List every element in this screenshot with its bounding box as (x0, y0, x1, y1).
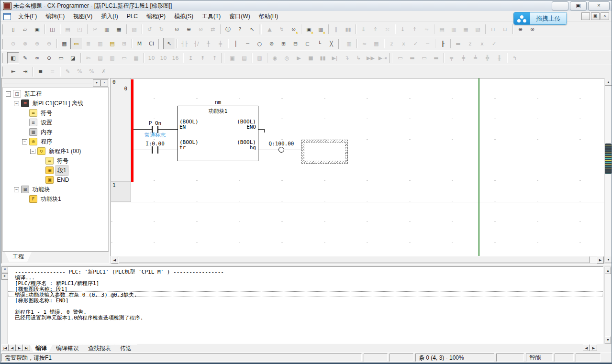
transfer-window-1-button[interactable]: ▣ (226, 52, 238, 64)
partial-compare-button[interactable]: ≈ (421, 23, 433, 35)
pause-trigger-button[interactable]: ◎ (281, 52, 293, 64)
sim-pause-button[interactable]: ▮▮ (317, 52, 329, 64)
previous-reference-button[interactable]: ⇤ (7, 66, 19, 77)
output-line-1[interactable]: ---------------- PLC: '新PLC1' (PLC机型 'CP… (8, 268, 603, 274)
tree-label-settings[interactable]: 设置 (39, 118, 54, 127)
work-window-button[interactable]: ▤ (436, 23, 448, 35)
memory-z-button[interactable]: z (464, 38, 476, 49)
dialog-view-button[interactable]: ▭ (118, 52, 130, 64)
rung-annotations-button[interactable]: ≣ (82, 38, 94, 49)
step-out-button[interactable]: ↳ (353, 52, 365, 64)
tree-label-plc[interactable]: 新PLC1[CP1L] 离线 (31, 99, 85, 108)
tree-item-program1[interactable]: −↻新程序1 (00) (3, 146, 108, 156)
tree-item-programs[interactable]: −⊛程序 (3, 137, 108, 146)
tree-item-section1[interactable]: −▣段1 (3, 165, 108, 175)
output-line-5[interactable]: 错误:功能块输入参数 在条 0 (0, 3) @0,3缺失. (8, 291, 603, 297)
watch-comment-4-button[interactable]: ▬ (430, 52, 442, 64)
diff-down-button[interactable]: ╧ (469, 52, 481, 64)
menu-tools[interactable]: 工具(T) (198, 11, 225, 21)
pause-flag-button[interactable]: ∥ (330, 23, 342, 35)
watch-tool-button[interactable]: ✎ (19, 52, 31, 64)
new-file-button[interactable]: ▯ (7, 23, 19, 35)
insert-row-button[interactable]: z (386, 38, 398, 49)
tree-label-program1-symbols[interactable]: 符号 (56, 156, 70, 165)
scroll-down-icon[interactable]: ▼ (605, 256, 612, 263)
force-off-button[interactable]: ↟ (197, 52, 209, 64)
toolbar-grip[interactable] (222, 53, 224, 63)
output-tab-transfer[interactable]: 传送 (114, 344, 137, 352)
contact1-comment[interactable]: 常通标志 (138, 132, 172, 139)
next-reference-button[interactable]: ⇥ (19, 66, 31, 77)
new-or-contact-button[interactable]: ╀ (202, 38, 214, 49)
menu-program[interactable]: 编程(P) (142, 11, 170, 21)
tree-label-function-blocks[interactable]: 功能块 (31, 185, 51, 194)
tree-expand-program1[interactable]: − (30, 149, 35, 154)
zoom-region-button[interactable]: ⊗ (19, 38, 31, 49)
output-close-button[interactable]: × (1, 266, 8, 273)
step-run-button[interactable]: ▶| (329, 52, 341, 64)
print-button[interactable]: ▤ (62, 23, 74, 35)
watch-comment-1-button[interactable]: ▭ (394, 52, 406, 64)
redo-button[interactable]: ↻ (156, 23, 167, 35)
new-closed-contact-button[interactable]: ┤/ (190, 38, 202, 49)
toolbar-grip[interactable] (259, 24, 262, 34)
tree-label-memory[interactable]: 内存 (39, 128, 54, 137)
delete-row-button[interactable]: x (398, 38, 410, 49)
new-instruction-button[interactable]: ⊞ (278, 38, 289, 49)
output-tab-find-report[interactable]: 查找报表 (82, 344, 117, 352)
tab-first-button[interactable]: |◀ (1, 344, 9, 351)
find-symbol-button[interactable]: ⊕ (183, 23, 195, 35)
watch-comment-2-button[interactable]: ▬ (406, 52, 418, 64)
tree-label-symbols[interactable]: 符号 (39, 109, 54, 118)
rung1-margin[interactable]: 1 (111, 182, 131, 202)
menu-help[interactable]: 帮助(H) (255, 11, 283, 21)
output-coil[interactable] (278, 147, 284, 153)
contact2-symbol[interactable] (152, 146, 153, 154)
tree-expand-plc[interactable]: − (14, 101, 19, 106)
new-contact-button[interactable]: ┤├ (178, 38, 190, 49)
output-scroll-left-icon[interactable]: ◀ (583, 344, 590, 351)
child-window-icon[interactable] (3, 13, 11, 20)
toolbar-grip[interactable] (2, 66, 5, 77)
context-help-button[interactable]: ↖ (246, 23, 258, 35)
diff-clear-button[interactable]: ╫ (493, 52, 505, 64)
zoom-out-button[interactable]: ⊖ (43, 38, 55, 49)
edit-symbol-button[interactable]: ⊛ (526, 23, 538, 35)
save-button[interactable]: ▣ (31, 23, 43, 35)
zoom-tool-button[interactable]: ⊙ (7, 38, 19, 49)
rung-comment-list-button[interactable]: ≣ (46, 66, 58, 77)
address-ref-tool-button[interactable]: ▦ (370, 38, 382, 49)
tree-expand-project[interactable]: − (6, 91, 11, 97)
cross-reference-button[interactable]: ▧ (472, 23, 484, 35)
style-percent-off-button[interactable]: ✗ (98, 66, 110, 77)
auto-online-button[interactable]: ↯ (276, 23, 288, 35)
grid-dialog-button[interactable]: ▦ (130, 52, 142, 64)
output-line-3[interactable]: [PLC/程序名 : 新PLC1/新程序1] (8, 280, 603, 286)
select-mode-button[interactable]: ↖ (163, 38, 175, 49)
properties-button[interactable]: ◪ (67, 52, 79, 64)
rung-division-button[interactable]: ┠ (437, 38, 449, 49)
monitor-chart-button[interactable]: ⊙ (43, 52, 55, 64)
about-button[interactable]: ⓘ (222, 23, 234, 35)
coil-label[interactable]: Q:100.00 (264, 141, 299, 147)
go-to-rung-button[interactable]: ↰ (509, 52, 521, 64)
replace-button[interactable]: ⇄ (207, 23, 219, 35)
watch-window-button[interactable]: ▦ (460, 23, 472, 35)
pause-button[interactable]: ▮▮ (342, 23, 354, 35)
tab-next-button[interactable]: ▶ (16, 344, 23, 351)
connect-line-button[interactable]: └ (313, 38, 325, 49)
watch-comment-3-button[interactable]: ▭ (418, 52, 430, 64)
compare-with-plc-button[interactable]: ≍ (381, 23, 393, 35)
tree-item-function-block1[interactable]: −F功能块1 (3, 194, 108, 204)
paste-button[interactable]: ▦ (113, 23, 125, 35)
minimize-button[interactable]: — (552, 1, 568, 11)
mdi-minimize-button[interactable]: — (581, 12, 590, 20)
copy-button[interactable]: ▥ (101, 23, 113, 35)
diff-monitor-button[interactable]: ⊓ (487, 23, 499, 35)
output-tab-compile-error[interactable]: 编译错误 (50, 344, 85, 352)
output-window-button[interactable]: ▥ (448, 23, 460, 35)
layered-view-button[interactable]: ≈ (358, 38, 370, 49)
tree-item-section-end[interactable]: −▣END (3, 175, 108, 185)
find-next-button[interactable]: ⊘ (195, 23, 207, 35)
output-scroll-right-icon[interactable]: ▶ (590, 344, 597, 351)
